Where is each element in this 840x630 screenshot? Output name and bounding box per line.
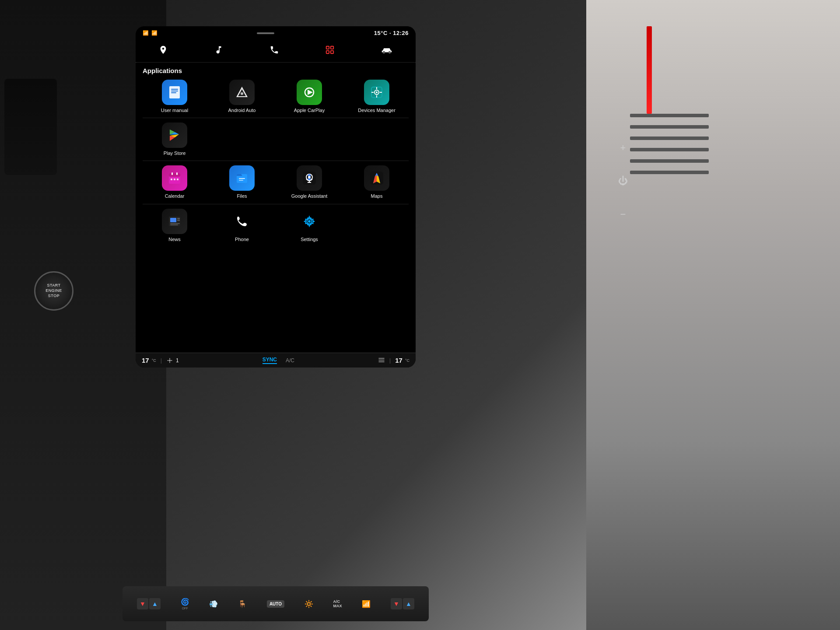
climate-right: | 17 °C bbox=[378, 357, 410, 364]
news-icon bbox=[162, 209, 187, 234]
dashboard-right bbox=[586, 0, 840, 630]
status-bar: 📶 📶 15°C · 12:26 bbox=[136, 26, 416, 40]
svg-rect-28 bbox=[169, 173, 180, 177]
svg-rect-0 bbox=[326, 46, 329, 49]
seat-heat-button[interactable]: 🪑 bbox=[238, 600, 247, 608]
svg-point-12 bbox=[241, 92, 243, 95]
svg-rect-8 bbox=[171, 91, 178, 91]
app-devices-manager[interactable]: Devices Manager bbox=[345, 80, 409, 113]
apps-row-4: News Phone bbox=[143, 209, 409, 247]
nav-navigation[interactable] bbox=[153, 43, 173, 59]
play-store-label: Play Store bbox=[143, 150, 206, 156]
app-google-assistant[interactable]: Google Assistant bbox=[277, 165, 341, 199]
ac-max-button[interactable]: A/CMAX bbox=[333, 599, 342, 608]
nav-vehicle[interactable] bbox=[375, 43, 398, 59]
app-maps[interactable]: Maps bbox=[345, 165, 409, 199]
left-temp-control[interactable]: ▼ ▲ bbox=[137, 598, 161, 609]
svg-rect-1 bbox=[331, 46, 333, 49]
svg-rect-21 bbox=[380, 92, 382, 93]
bottom-controls-bar: ▼ ▲ 🌀 OFF 💨 🪑 AUTO 🔆 A/CMAX 📶 ▼ bbox=[122, 586, 429, 621]
svg-rect-41 bbox=[308, 182, 311, 183]
play-store-icon bbox=[162, 122, 187, 148]
right-temp-up[interactable]: ▲ bbox=[403, 598, 414, 609]
apps-row-3: Calendar Files bbox=[143, 165, 409, 204]
power-button[interactable]: ⏻ bbox=[615, 173, 631, 189]
apps-row-1: User manual Android Auto bbox=[143, 80, 409, 118]
left-temp-down[interactable]: ▼ bbox=[137, 598, 148, 609]
car-dashboard: START ENGINE STOP + ⏻ − 📶 bbox=[0, 0, 840, 630]
volume-down-button[interactable]: − bbox=[615, 206, 631, 222]
left-temp-up[interactable]: ▲ bbox=[149, 598, 161, 609]
infotainment-screen: 📶 📶 15°C · 12:26 bbox=[136, 26, 416, 368]
airflow-button[interactable]: 💨 bbox=[209, 600, 218, 608]
right-temp-down[interactable]: ▼ bbox=[391, 598, 402, 609]
svg-rect-49 bbox=[170, 224, 178, 225]
app-phone[interactable]: Phone bbox=[210, 209, 274, 242]
svg-point-51 bbox=[169, 360, 171, 361]
nav-apps[interactable] bbox=[320, 43, 340, 59]
rear-defrost-button[interactable]: 🔆 bbox=[304, 600, 313, 608]
calendar-icon bbox=[162, 165, 187, 191]
left-temp: 17 bbox=[142, 357, 149, 364]
svg-rect-33 bbox=[177, 178, 178, 180]
svg-point-4 bbox=[382, 51, 385, 54]
status-icons: 📶 📶 bbox=[143, 30, 158, 36]
side-controls: + ⏻ − bbox=[615, 140, 631, 222]
fan-icon bbox=[166, 357, 173, 364]
android-auto-icon bbox=[229, 80, 255, 105]
engine-start-button[interactable]: START ENGINE STOP bbox=[34, 271, 74, 311]
google-assistant-icon bbox=[297, 165, 322, 191]
sync-button[interactable]: SYNC bbox=[262, 357, 277, 364]
files-icon bbox=[229, 165, 255, 191]
ac-button[interactable]: A/C bbox=[286, 357, 294, 364]
auto-button[interactable]: AUTO bbox=[267, 600, 284, 608]
settings-label: Settings bbox=[277, 237, 341, 242]
user-manual-label: User manual bbox=[143, 108, 206, 113]
files-label: Files bbox=[210, 193, 274, 199]
volume-up-button[interactable]: + bbox=[615, 140, 631, 156]
nav-media[interactable] bbox=[209, 43, 229, 59]
navigation-bar bbox=[136, 40, 416, 63]
climate-bar: 17 °C | 1 SYNC A/C | bbox=[136, 353, 416, 368]
right-temp-control[interactable]: ▼ ▲ bbox=[391, 598, 414, 609]
app-settings[interactable]: Settings bbox=[277, 209, 341, 242]
svg-marker-14 bbox=[308, 90, 313, 95]
svg-rect-18 bbox=[376, 87, 377, 89]
app-files[interactable]: Files bbox=[210, 165, 274, 199]
svg-rect-29 bbox=[172, 172, 173, 175]
svg-rect-7 bbox=[171, 89, 178, 90]
sim-icon: 📶 bbox=[143, 30, 149, 36]
android-auto-label: Android Auto bbox=[210, 108, 274, 113]
phone-label: Phone bbox=[210, 237, 274, 242]
apps-row-2: Play Store bbox=[143, 122, 409, 161]
separator: · bbox=[389, 30, 393, 36]
svg-point-17 bbox=[376, 91, 378, 93]
svg-rect-32 bbox=[174, 178, 175, 180]
app-android-auto[interactable]: Android Auto bbox=[210, 80, 274, 113]
app-news[interactable]: News bbox=[143, 209, 206, 242]
wifi-icon: 📶 bbox=[151, 30, 158, 36]
app-user-manual[interactable]: User manual bbox=[143, 80, 206, 113]
svg-rect-9 bbox=[171, 92, 176, 93]
climate-left: 17 °C | 1 bbox=[142, 357, 179, 364]
svg-rect-36 bbox=[239, 180, 243, 181]
calendar-label: Calendar bbox=[143, 193, 206, 199]
fan-off-button[interactable]: 🌀 OFF bbox=[181, 598, 189, 610]
svg-rect-3 bbox=[331, 51, 333, 53]
devices-manager-icon bbox=[364, 80, 389, 105]
svg-rect-2 bbox=[326, 51, 329, 53]
svg-point-42 bbox=[308, 176, 311, 178]
app-play-store[interactable]: Play Store bbox=[143, 122, 206, 156]
app-calendar[interactable]: Calendar bbox=[143, 165, 206, 199]
app-apple-carplay[interactable]: Apple CarPlay bbox=[277, 80, 341, 113]
svg-point-50 bbox=[308, 220, 311, 223]
svg-rect-30 bbox=[176, 172, 178, 175]
phone-icon bbox=[229, 209, 255, 234]
wifi-control-button[interactable]: 📶 bbox=[362, 600, 371, 608]
user-manual-icon bbox=[162, 80, 187, 105]
nav-phone[interactable] bbox=[264, 43, 284, 59]
apps-section: Applications User manual bbox=[136, 63, 416, 353]
fan-level: 1 bbox=[176, 357, 179, 364]
svg-rect-20 bbox=[371, 92, 374, 93]
svg-rect-35 bbox=[239, 178, 245, 179]
